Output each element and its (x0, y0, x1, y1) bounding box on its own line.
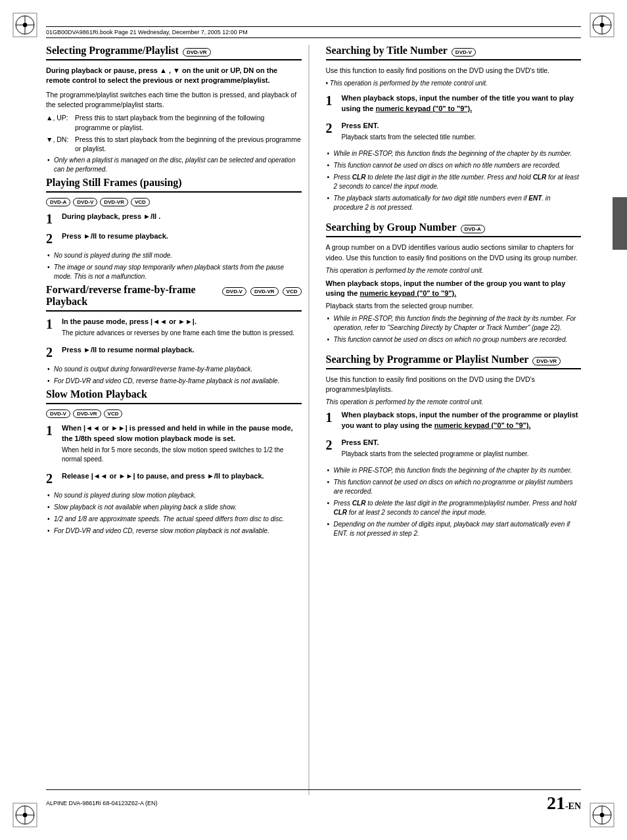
page-number-container: 21-EN (547, 793, 581, 814)
step-frame-1-main: In the pause mode, press |◄◄ or ►►|. (62, 317, 302, 327)
step-slow-1: 1 When |◄◄ or ►►| is pressed and held in… (46, 423, 302, 466)
slow-bullet-2: Slow playback is not available when play… (46, 503, 302, 512)
still-bullet-1: No sound is played during the still mode… (46, 251, 302, 260)
step-slow-1-main: When |◄◄ or ►►| is pressed and held in w… (62, 423, 302, 444)
svg-point-3 (23, 23, 27, 27)
programme-search-intro: Use this function to easily find positio… (326, 375, 582, 394)
main-content: Selecting Programme/Playlist DVD-VR Duri… (46, 45, 581, 795)
title-bullet-2: This function cannot be used on discs on… (326, 161, 582, 170)
step-slow-2-main: Release |◄◄ or ►►| to pause, and press ►… (62, 471, 302, 481)
step-prog-2-sub: Playback starts from the selected progra… (342, 450, 582, 459)
badge-dvd-vr-1: DVD-VR (183, 48, 211, 57)
prog-bullet-4: Depending on the number of digits input,… (326, 520, 582, 538)
footer-left: ALPINE DVA-9861Ri 68-04123Z62-A (EN) (46, 800, 157, 806)
page-footer: ALPINE DVA-9861Ri 68-04123Z62-A (EN) 21-… (46, 789, 581, 814)
title-search-intro: Use this function to easily find positio… (326, 66, 582, 76)
badge-dvd-vr-3: DVD-VR (250, 287, 279, 296)
group-bullet-1: While in PRE-STOP, this function finds t… (326, 314, 582, 333)
page-suffix: -EN (565, 801, 581, 811)
tab-mark (613, 197, 627, 250)
step-prog-1-main: When playback stops, input the number of… (342, 410, 582, 431)
section-title-still: Playing Still Frames (pausing) (46, 177, 302, 193)
svg-point-18 (600, 813, 604, 817)
step-still-1: 1 During playback, press ►/II . (46, 212, 302, 226)
title-bullet-3: Press CLR to delete the last digit in th… (326, 173, 582, 191)
badge-dvd-v-3: DVD-V (46, 409, 70, 418)
corner-decoration-br (589, 802, 615, 828)
frame-bullet-1: No sound is output during forward/revers… (46, 365, 302, 374)
badge-dvd-vr-4: DVD-VR (73, 409, 101, 418)
badge-dvd-v-2: DVD-V (222, 287, 246, 296)
step-prog-2-main: Press ENT. (342, 438, 582, 448)
slow-bullet-3: 1/2 and 1/8 are approximate speeds. The … (46, 515, 302, 524)
step-title-2-main: Press ENT. (342, 121, 582, 131)
step-still-2-main: Press ►/II to resume playback. (62, 231, 302, 241)
badge-dvd-v-1: DVD-V (73, 198, 97, 206)
svg-point-13 (23, 813, 27, 817)
def-up: ▲, UP: Press this to start playback from… (46, 113, 302, 132)
slow-bullet-1: No sound is played during slow motion pl… (46, 491, 302, 500)
title-search-note: • This operation is performed by the rem… (326, 79, 582, 88)
step-still-2: 2 Press ►/II to resume playback. (46, 231, 302, 246)
section-title-selecting: Selecting Programme/Playlist DVD-VR (46, 45, 302, 60)
step-prog-2: 2 Press ENT. Playback starts from the se… (326, 438, 582, 461)
section-group-search: Searching by Group Number DVD-A A group … (326, 222, 582, 344)
step-prog-1: 1 When playback stops, input the number … (326, 410, 582, 432)
badge-vcd-2: VCD (283, 287, 302, 296)
section-title-forward: Forward/reverse frame-by-frame Playback … (46, 284, 302, 312)
still-bullet-2: The image or sound may stop temporarily … (46, 263, 302, 281)
badge-vcd-1: VCD (131, 198, 150, 206)
section-title-search: Searching by Title Number DVD-V Use this… (326, 45, 582, 212)
badge-row-slow: DVD-V DVD-VR VCD (46, 409, 302, 418)
step-title-2: 2 Press ENT. Playback starts from the se… (326, 121, 582, 144)
selecting-note: Only when a playlist is managed on the d… (46, 156, 302, 174)
corner-decoration-tr (589, 12, 615, 38)
section-slow-motion: Slow Motion Playback DVD-V DVD-VR VCD 1 … (46, 388, 302, 536)
group-search-sub: Playback starts from the selected group … (326, 301, 582, 311)
step-title-1-main: When playback stops, input the number of… (342, 93, 582, 114)
programme-search-note: This operation is performed by the remot… (326, 398, 582, 407)
section-programme-search: Searching by Programme or Playlist Numbe… (326, 354, 582, 539)
group-search-note: This operation is performed by the remot… (326, 266, 582, 275)
section-title-group-search: Searching by Group Number DVD-A (326, 222, 582, 237)
step-frame-2-main: Press ►/II to resume normal playback. (62, 345, 302, 355)
group-bullet-2: This function cannot be used on discs on… (326, 335, 582, 344)
left-column: Selecting Programme/Playlist DVD-VR Duri… (46, 45, 310, 795)
step-still-1-main: During playback, press ►/II . (62, 212, 302, 222)
prog-bullet-1: While in PRE-STOP, this function finds t… (326, 466, 582, 475)
section-selecting-programme: Selecting Programme/Playlist DVD-VR Duri… (46, 45, 302, 174)
section-forward-reverse: Forward/reverse frame-by-frame Playback … (46, 284, 302, 386)
title-bullet-1: While in PRE-STOP, this function finds t… (326, 149, 582, 158)
slow-bullet-4: For DVD-VR and video CD, reverse slow mo… (46, 526, 302, 536)
step-slow-1-sub: When held in for 5 more seconds, the slo… (62, 446, 302, 464)
badge-dvd-vr-5: DVD-VR (532, 357, 561, 365)
step-frame-1: 1 In the pause mode, press |◄◄ or ►►|. T… (46, 317, 302, 340)
corner-decoration-tl (12, 12, 38, 38)
def-dn: ▼, DN: Press this to start playback from… (46, 135, 302, 154)
badge-dvd-vr-2: DVD-VR (100, 198, 128, 206)
section-title-slow: Slow Motion Playback (46, 388, 302, 404)
header-text: 01GB00DVA9861Ri.book Page 21 Wednesday, … (46, 29, 248, 35)
badge-vcd-3: VCD (104, 409, 123, 418)
prog-bullet-3: Press CLR to delete the last digit in th… (326, 499, 582, 517)
selecting-intro-bold: During playback or pause, press ▲ , ▼ on… (46, 66, 302, 86)
page-header: 01GB00DVA9861Ri.book Page 21 Wednesday, … (46, 26, 581, 38)
selecting-intro-text: The programme/playlist switches each tim… (46, 90, 302, 110)
corner-decoration-bl (12, 802, 38, 828)
section-title-title-search: Searching by Title Number DVD-V (326, 45, 582, 60)
step-frame-1-sub: The picture advances or reverses by one … (62, 329, 302, 338)
section-title-programme-search: Searching by Programme or Playlist Numbe… (326, 354, 582, 369)
step-title-2-sub: Playback starts from the selected title … (342, 133, 582, 142)
step-frame-2: 2 Press ►/II to resume normal playback. (46, 345, 302, 360)
step-title-1: 1 When playback stops, input the number … (326, 93, 582, 116)
title-bullet-4: The playback starts automatically for tw… (326, 194, 582, 212)
badge-dvd-a-1: DVD-A (46, 198, 70, 206)
badge-row-still: DVD-A DVD-V DVD-VR VCD (46, 198, 302, 206)
group-search-bold: When playback stops, input the number of… (326, 279, 582, 299)
section-playing-still: Playing Still Frames (pausing) DVD-A DVD… (46, 177, 302, 281)
frame-bullet-2: For DVD-VR and video CD, reverse frame-b… (46, 377, 302, 386)
prog-bullet-2: This function cannot be used on discs on… (326, 478, 582, 496)
badge-dvd-a-2: DVD-A (461, 225, 485, 233)
right-column: Searching by Title Number DVD-V Use this… (323, 45, 582, 795)
badge-dvd-v-4: DVD-V (452, 48, 476, 57)
